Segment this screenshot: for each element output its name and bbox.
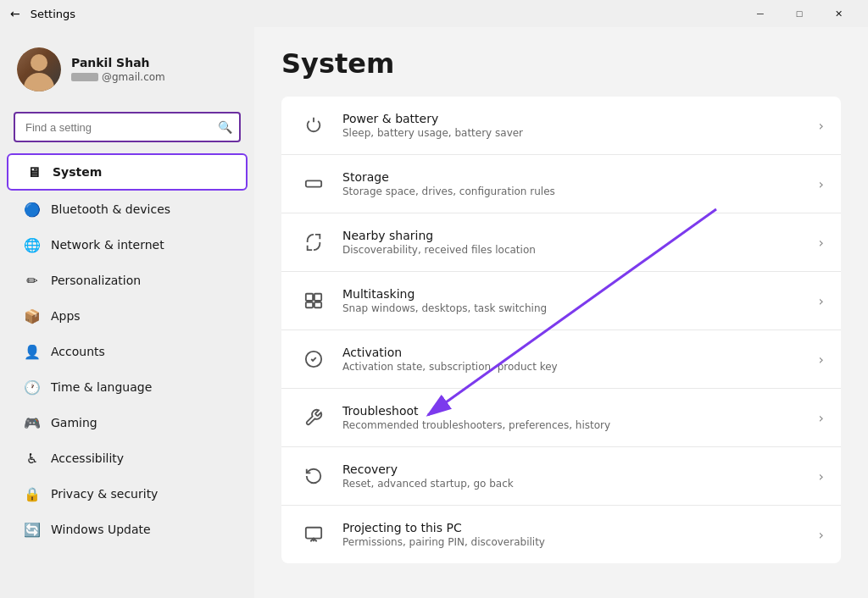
- chevron-projecting: ›: [819, 527, 824, 543]
- nav-label-update: Windows Update: [51, 523, 151, 536]
- nav-item-network[interactable]: 🌐 Network & internet: [7, 228, 248, 262]
- chevron-recovery: ›: [819, 468, 824, 484]
- chevron-multitasking: ›: [819, 293, 824, 309]
- settings-list: Power & battery Sleep, battery usage, ba…: [281, 97, 841, 563]
- setting-desc-multitasking: Snap windows, desktops, task switching: [342, 302, 819, 314]
- nav-label-system: System: [53, 165, 102, 179]
- window-controls: ─ □ ✕: [741, 0, 858, 27]
- chevron-power: ›: [819, 118, 824, 134]
- storage-icon: [298, 169, 329, 199]
- back-icon[interactable]: ←: [10, 7, 20, 20]
- setting-desc-recovery: Reset, advanced startup, go back: [342, 478, 819, 490]
- nav-label-personalization: Personalization: [51, 274, 141, 287]
- setting-name-troubleshoot: Troubleshoot: [342, 404, 819, 418]
- nav-label-apps: Apps: [51, 309, 81, 323]
- nav-item-system[interactable]: 🖥 System: [7, 153, 248, 191]
- setting-text-multitasking: Multitasking Snap windows, desktops, tas…: [342, 287, 819, 314]
- setting-item-troubleshoot[interactable]: Troubleshoot Recommended troubleshooters…: [281, 389, 841, 447]
- nav-label-time: Time & language: [51, 380, 152, 394]
- setting-name-storage: Storage: [342, 170, 819, 184]
- setting-item-nearby[interactable]: Nearby sharing Discoverability, received…: [281, 213, 841, 272]
- setting-desc-troubleshoot: Recommended troubleshooters, preferences…: [342, 419, 819, 431]
- close-button[interactable]: ✕: [819, 0, 858, 27]
- page-title: System: [281, 47, 841, 80]
- setting-item-storage[interactable]: Storage Storage space, drives, configura…: [281, 155, 841, 213]
- maximize-button[interactable]: □: [780, 0, 819, 27]
- nav-label-gaming: Gaming: [51, 416, 97, 429]
- chevron-storage: ›: [819, 176, 824, 192]
- search-box: 🔍: [14, 112, 241, 142]
- titlebar: ← Settings ─ □ ✕: [0, 0, 868, 27]
- nav-item-bluetooth[interactable]: 🔵 Bluetooth & devices: [7, 192, 248, 226]
- projecting-icon: [298, 519, 329, 550]
- gaming-icon: 🎮: [24, 414, 41, 431]
- setting-name-power: Power & battery: [342, 112, 819, 125]
- setting-item-activation[interactable]: Activation Activation state, subscriptio…: [281, 330, 841, 389]
- setting-text-troubleshoot: Troubleshoot Recommended troubleshooters…: [342, 404, 819, 431]
- avatar: [17, 47, 61, 91]
- setting-desc-nearby: Discoverability, received files location: [342, 244, 819, 256]
- svg-rect-2: [306, 294, 313, 301]
- sidebar: Pankil Shah @gmail.com 🔍 🖥 System 🔵: [0, 27, 254, 598]
- setting-desc-power: Sleep, battery usage, battery saver: [342, 127, 819, 139]
- time-icon: 🕐: [24, 379, 41, 396]
- user-email-row: @gmail.com: [71, 71, 165, 83]
- setting-item-multitasking[interactable]: Multitasking Snap windows, desktops, tas…: [281, 272, 841, 330]
- setting-desc-storage: Storage space, drives, configuration rul…: [342, 185, 819, 197]
- multitasking-icon: [298, 285, 329, 316]
- setting-item-power[interactable]: Power & battery Sleep, battery usage, ba…: [281, 97, 841, 155]
- privacy-icon: 🔒: [24, 485, 41, 502]
- search-input[interactable]: [14, 112, 241, 142]
- setting-name-activation: Activation: [342, 346, 819, 359]
- setting-text-projecting: Projecting to this PC Permissions, pairi…: [342, 521, 819, 548]
- setting-text-recovery: Recovery Reset, advanced startup, go bac…: [342, 462, 819, 490]
- nav-label-accessibility: Accessibility: [51, 451, 124, 465]
- setting-name-nearby: Nearby sharing: [342, 229, 819, 242]
- nav-item-personalization[interactable]: ✏️ Personalization: [7, 263, 248, 297]
- setting-desc-projecting: Permissions, pairing PIN, discoverabilit…: [342, 536, 819, 548]
- user-profile[interactable]: Pankil Shah @gmail.com: [0, 34, 254, 105]
- apps-icon: 📦: [24, 307, 41, 324]
- setting-desc-activation: Activation state, subscription, product …: [342, 361, 819, 373]
- nav-item-update[interactable]: 🔄 Windows Update: [7, 512, 248, 546]
- search-icon: 🔍: [218, 120, 232, 134]
- network-icon: 🌐: [24, 236, 41, 253]
- bluetooth-icon: 🔵: [24, 201, 41, 218]
- setting-name-projecting: Projecting to this PC: [342, 521, 819, 534]
- setting-name-recovery: Recovery: [342, 462, 819, 476]
- nearby-icon: [298, 227, 329, 257]
- setting-name-multitasking: Multitasking: [342, 287, 819, 301]
- setting-item-projecting[interactable]: Projecting to this PC Permissions, pairi…: [281, 506, 841, 563]
- setting-text-nearby: Nearby sharing Discoverability, received…: [342, 229, 819, 256]
- user-name: Pankil Shah: [71, 56, 165, 69]
- update-icon: 🔄: [24, 521, 41, 538]
- nav-label-network: Network & internet: [51, 238, 164, 252]
- main-content: Pankil Shah @gmail.com 🔍 🖥 System 🔵: [0, 27, 868, 598]
- nav-item-accessibility[interactable]: ♿ Accessibility: [7, 441, 248, 475]
- minimize-button[interactable]: ─: [741, 0, 780, 27]
- svg-rect-0: [306, 180, 321, 186]
- nav-item-privacy[interactable]: 🔒 Privacy & security: [7, 477, 248, 511]
- setting-text-power: Power & battery Sleep, battery usage, ba…: [342, 112, 819, 139]
- app-title: Settings: [31, 8, 75, 20]
- chevron-troubleshoot: ›: [819, 410, 824, 426]
- svg-rect-7: [306, 528, 321, 539]
- user-email-suffix: @gmail.com: [102, 71, 165, 83]
- setting-item-recovery[interactable]: Recovery Reset, advanced startup, go bac…: [281, 447, 841, 506]
- chevron-nearby: ›: [819, 235, 824, 251]
- nav-item-time[interactable]: 🕐 Time & language: [7, 370, 248, 404]
- accessibility-icon: ♿: [24, 450, 41, 467]
- nav-item-accounts[interactable]: 👤 Accounts: [7, 335, 248, 368]
- activation-icon: [298, 344, 329, 374]
- accounts-icon: 👤: [24, 343, 41, 360]
- nav-item-apps[interactable]: 📦 Apps: [7, 299, 248, 333]
- system-icon: 🖥: [25, 163, 42, 180]
- email-redact: [71, 73, 98, 81]
- setting-text-storage: Storage Storage space, drives, configura…: [342, 170, 819, 197]
- nav-item-gaming[interactable]: 🎮 Gaming: [7, 406, 248, 440]
- setting-text-activation: Activation Activation state, subscriptio…: [342, 346, 819, 373]
- user-info: Pankil Shah @gmail.com: [71, 56, 165, 83]
- troubleshoot-icon: [298, 402, 329, 433]
- power-icon: [298, 110, 329, 141]
- personalization-icon: ✏️: [24, 272, 41, 289]
